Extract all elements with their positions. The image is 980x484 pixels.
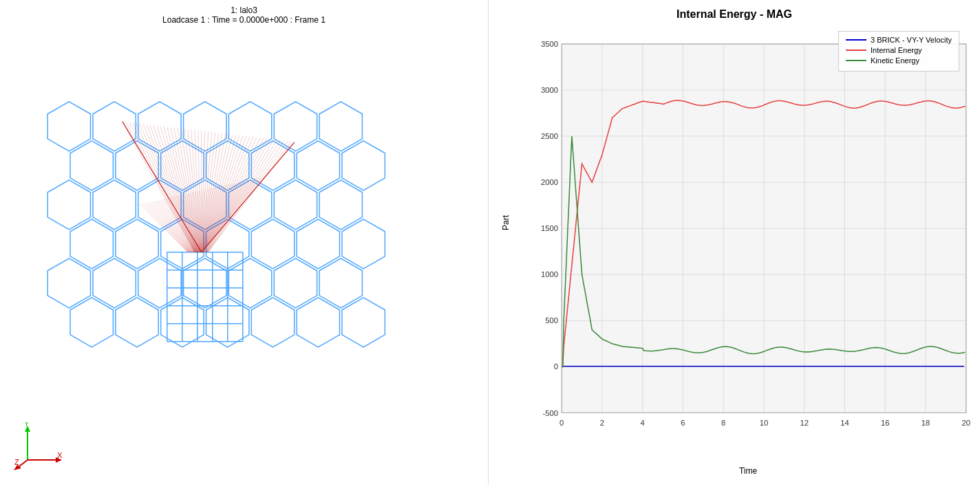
svg-text:1500: 1500 xyxy=(541,224,558,232)
legend-label-velocity: 3 BRICK - VY-Y Velocity xyxy=(871,36,952,44)
svg-text:1000: 1000 xyxy=(541,270,558,278)
legend-item-kinetic: Kinetic Energy xyxy=(846,56,952,65)
chart-legend: 3 BRICK - VY-Y Velocity Internal Energy … xyxy=(838,31,959,72)
svg-text:-500: -500 xyxy=(543,409,559,417)
svg-text:3500: 3500 xyxy=(541,40,558,48)
legend-line-internal xyxy=(846,50,866,51)
svg-text:0: 0 xyxy=(554,362,558,371)
svg-text:18: 18 xyxy=(922,419,930,427)
axis-indicator: Y X Z xyxy=(14,422,62,470)
svg-text:20: 20 xyxy=(962,419,971,427)
legend-label-kinetic: Kinetic Energy xyxy=(871,56,919,65)
legend-item-velocity: 3 BRICK - VY-Y Velocity xyxy=(846,36,952,44)
svg-text:4: 4 xyxy=(641,419,645,427)
viewport-title: 1: lalo3 Loadcase 1 : Time = 0.0000e+000… xyxy=(0,6,488,25)
x-axis-label: Time xyxy=(523,466,973,476)
svg-text:0: 0 xyxy=(560,419,564,427)
svg-text:2500: 2500 xyxy=(541,132,558,140)
svg-text:X: X xyxy=(57,451,62,459)
svg-text:2: 2 xyxy=(600,419,604,427)
svg-text:2000: 2000 xyxy=(541,178,558,186)
y-axis-label: Part xyxy=(501,215,511,230)
svg-text:500: 500 xyxy=(545,316,558,324)
legend-item-internal: Internal Energy xyxy=(846,46,952,54)
legend-label-internal: Internal Energy xyxy=(871,46,922,54)
legend-line-velocity xyxy=(846,39,866,41)
chart-svg: -500050010001500200025003000350002468101… xyxy=(523,26,973,448)
svg-text:14: 14 xyxy=(840,419,849,427)
viewport-panel: 1: lalo3 Loadcase 1 : Time = 0.0000e+000… xyxy=(0,0,489,484)
svg-text:3000: 3000 xyxy=(541,86,558,94)
title-line1: 1: lalo3 xyxy=(0,6,488,15)
svg-text:6: 6 xyxy=(681,419,685,427)
svg-text:10: 10 xyxy=(760,419,769,427)
svg-text:12: 12 xyxy=(800,419,809,427)
svg-text:16: 16 xyxy=(881,419,890,427)
svg-text:8: 8 xyxy=(721,419,725,427)
3d-viewport[interactable] xyxy=(0,0,488,484)
legend-line-kinetic xyxy=(846,60,866,61)
chart-title: Internal Energy - MAG xyxy=(489,0,980,21)
chart-panel: Internal Energy - MAG Part -500050010001… xyxy=(489,0,980,484)
title-line2: Loadcase 1 : Time = 0.0000e+000 : Frame … xyxy=(0,15,488,25)
svg-text:Z: Z xyxy=(14,458,19,466)
svg-text:Y: Y xyxy=(24,422,30,428)
